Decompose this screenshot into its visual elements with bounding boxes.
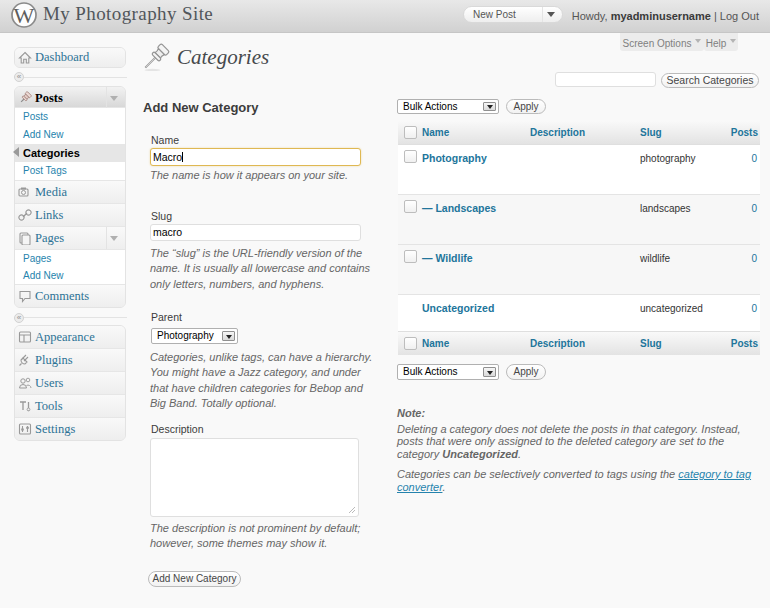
svg-text:W: W bbox=[14, 3, 35, 28]
